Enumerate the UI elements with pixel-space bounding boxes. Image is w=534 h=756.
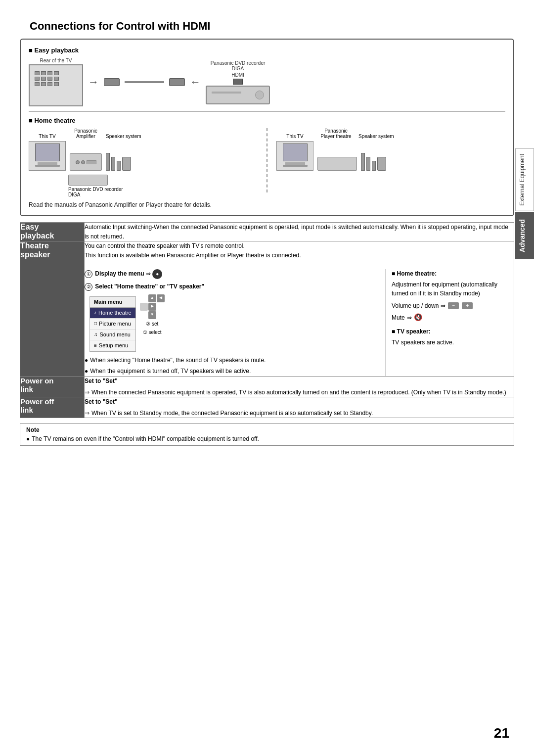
- mute-label: Mute: [392, 313, 405, 323]
- speaker-bar-r-tall: [361, 153, 365, 171]
- speaker-bar-r-short: [372, 161, 376, 171]
- dpad-down: ▼: [148, 311, 156, 319]
- ts-right-side: ■ Home theatre: Adjustment for equipment…: [385, 269, 514, 376]
- bullet-1-text: When selecting "Home theatre", the sound…: [90, 356, 266, 365]
- note-bullet: ●: [26, 435, 30, 442]
- ht-left-speakers: [106, 153, 131, 171]
- speaker-sub-woofer: [122, 157, 131, 171]
- ht-left-half: This TV Panasonic Amplifier Speaker syst…: [29, 128, 258, 197]
- ht-right-labels: This TV Panasonic Player theatre Speaker…: [276, 128, 394, 139]
- speaker-col-2: [111, 157, 115, 171]
- hdmi-port: [233, 79, 243, 85]
- power-on-arrow: ⇒: [85, 388, 89, 397]
- advanced-label: Advanced: [515, 212, 534, 259]
- easy-playback-content: Automatic Input switching-When the conne…: [85, 223, 514, 241]
- ht-left-tv-label: This TV: [29, 134, 66, 139]
- ht-right-speakers: [361, 153, 386, 171]
- ht-right-speaker-label: Speaker system: [358, 134, 394, 139]
- speaker-bar-tall: [106, 153, 110, 171]
- ts-inner-layout: ① Display the menu ⇒ ● ② Select "Home th…: [85, 269, 514, 376]
- ht-amp-group: [70, 153, 102, 171]
- ht-right-player-label: Panasonic Player theatre: [317, 128, 355, 139]
- step2-circle: ②: [85, 283, 92, 291]
- dpad-set-label: ② set: [146, 320, 158, 328]
- bullet-dot-1: ●: [85, 356, 88, 365]
- hdmi-plug-2: [169, 78, 185, 86]
- rear-tv-device: [29, 64, 83, 106]
- bullet-dot-2: ●: [85, 367, 88, 376]
- ht-dvd-device: [68, 175, 108, 186]
- menu-item-sound: ♫ Sound menu: [90, 330, 135, 340]
- ht-dvd-label: Panasonic DVD recorder: [68, 187, 123, 192]
- power-off-desc: When TV is set to Standby mode, the conn…: [91, 409, 373, 418]
- menu-illustration: Main menu ♪ Home theatre □ Picture menu …: [89, 296, 136, 352]
- step2-label: Select "Home theatre" or "TV speaker": [95, 283, 204, 290]
- power-off-desc-row: ⇒ When TV is set to Standby mode, the co…: [85, 409, 514, 418]
- menu-icon-sound: ♫: [94, 331, 98, 338]
- bullet-2: ● When the equipment is turned off, TV s…: [85, 367, 377, 376]
- home-theatre-section-label: Home theatre: [29, 117, 505, 124]
- ht-tv-screen: [35, 143, 60, 161]
- tv-ports: [35, 71, 59, 86]
- side-labels: External Equipment Advanced: [515, 148, 534, 259]
- power-on-desc-row: ⇒ When the connected Panasonic equipment…: [85, 388, 514, 397]
- power-on-desc: When the connected Panasonic equipment i…: [91, 388, 506, 397]
- hdmi-port-label: HDMI: [231, 72, 244, 78]
- vol-plus-btn: +: [462, 302, 473, 309]
- ts-left-side: ① Display the menu ⇒ ● ② Select "Home th…: [85, 269, 377, 376]
- section-divider: [29, 111, 505, 112]
- menu-item-pic-label: Picture menu: [99, 320, 131, 328]
- power-off-arrow: ⇒: [85, 409, 89, 418]
- ht-left-speaker-label: Speaker system: [106, 134, 141, 139]
- dpad-center: [140, 303, 148, 311]
- step2-row: ② Select "Home theatre" or "TV speaker": [85, 282, 377, 291]
- easy-playback-diagram: Rear of the TV: [29, 58, 505, 106]
- cable-arrow-1: →: [88, 76, 99, 89]
- bullet-1: ● When selecting "Home theatre", the sou…: [85, 356, 377, 365]
- menu-icon-speaker: ♪: [94, 309, 96, 317]
- ht-right-tv-screen: [283, 143, 308, 161]
- step1-circle: ①: [85, 270, 92, 278]
- menu-item-picture: □ Picture menu: [90, 319, 135, 330]
- rear-tv-label: Rear of the TV: [40, 58, 72, 63]
- dpad-right: ▶: [148, 303, 156, 311]
- menu-item-setup: ≡ Setup menu: [90, 340, 135, 351]
- menu-dpad-group: Main menu ♪ Home theatre □ Picture menu …: [89, 294, 377, 354]
- speaker-col-3: [117, 161, 121, 171]
- mute-row: Mute ⇒ 🔇: [392, 312, 514, 323]
- easy-playback-row: Easy playback Automatic Input switching-…: [20, 223, 514, 241]
- menu-item-ht-label: Home theatre: [98, 309, 132, 317]
- menu-item-snd-label: Sound menu: [100, 331, 131, 339]
- menu-title: Main menu: [90, 297, 135, 308]
- step1-label: Display the menu: [95, 270, 144, 277]
- ht-player-group: [317, 157, 357, 171]
- note-box: Note ● The TV remains on even if the "Co…: [20, 423, 514, 446]
- dpad-labels: ② set ① select: [143, 320, 162, 336]
- ht-sub-header: ■ Home theatre:: [392, 269, 514, 279]
- rear-tv-column: Rear of the TV: [29, 58, 83, 106]
- ht-left-amp-label: Panasonic Amplifier: [70, 128, 102, 139]
- ht-player-device: [317, 157, 357, 171]
- ht-right-tv-label: This TV: [276, 134, 313, 139]
- hdmi-column: Panasonic DVD recorder DIGA HDMI: [206, 60, 270, 104]
- note-title: Note: [26, 426, 508, 433]
- dpad-control: ▲ ◀ ▶ ▼: [140, 294, 165, 319]
- easy-playback-label: Easy playback: [20, 223, 85, 241]
- amp-knobs: [76, 160, 96, 164]
- bullet-2-text: When the equipment is turned off, TV spe…: [90, 367, 251, 376]
- speaker-col-r1: [361, 153, 365, 171]
- volume-arrow: ⇒: [441, 301, 445, 311]
- hdmi-plug-1: [104, 78, 120, 86]
- ht-right-devices: [276, 141, 386, 171]
- speaker-bar-mid: [111, 157, 115, 171]
- ht-left-devices: [29, 141, 131, 171]
- power-on-row: Power on link Set to "Set" ⇒ When the co…: [20, 376, 514, 397]
- page-number: 21: [494, 725, 509, 741]
- vol-minus-btn: −: [448, 302, 459, 309]
- menu-icon: ⇒: [146, 270, 152, 277]
- connections-diagram-box: Easy playback Rear of the TV: [20, 39, 514, 216]
- menu-item-set-label: Setup menu: [99, 341, 128, 350]
- hdmi-cable: [125, 81, 164, 83]
- ht-amp-device: [70, 153, 102, 171]
- note-text: The TV remains on even if the "Control w…: [32, 435, 259, 442]
